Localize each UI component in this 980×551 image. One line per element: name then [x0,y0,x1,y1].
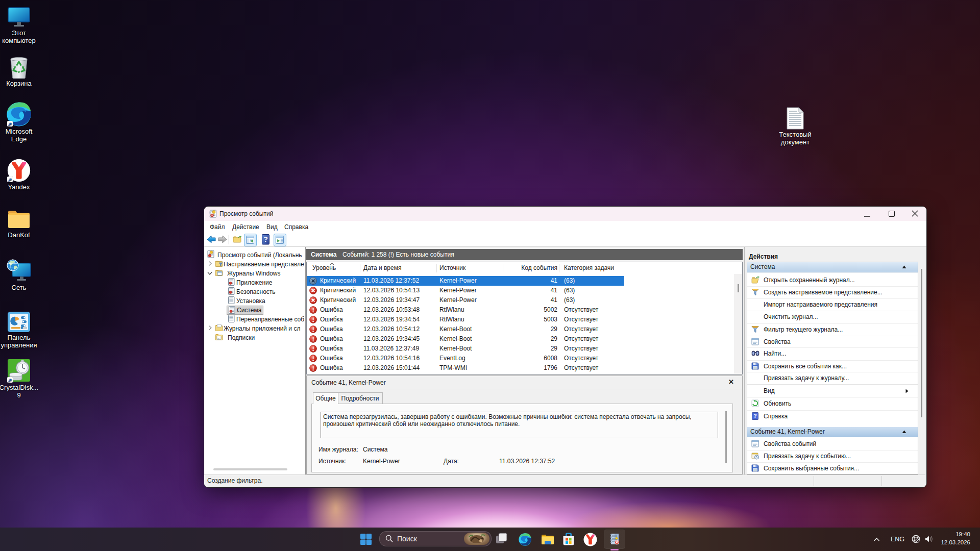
svg-text:?: ? [263,235,268,243]
svg-text:?: ? [753,413,756,419]
